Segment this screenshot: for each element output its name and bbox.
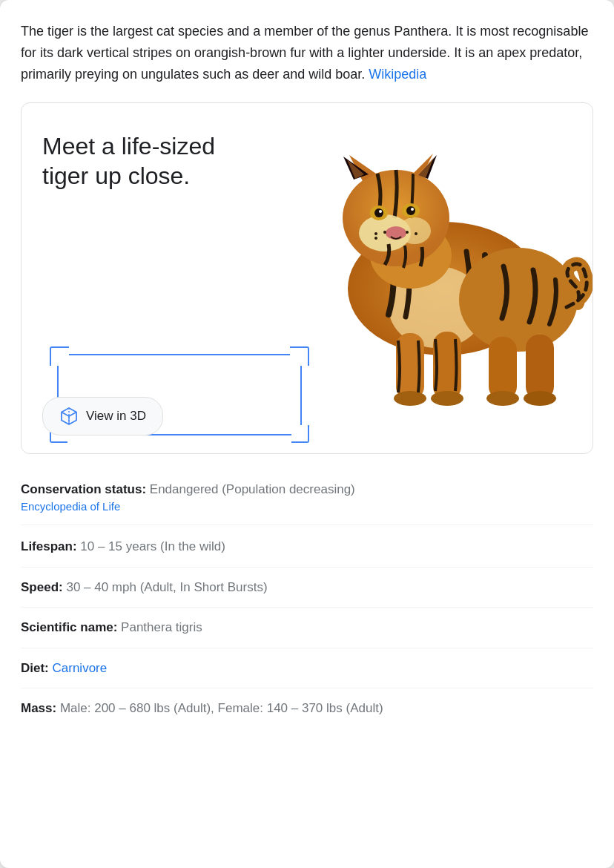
view3d-card: Meet a life-sized tiger up close. [21, 102, 593, 454]
scientific-name-label: Scientific name: [21, 620, 117, 634]
scientific-name-value: Panthera tigris [121, 620, 202, 634]
fact-row-lifespan: Lifespan: 10 – 15 years (In the wild) [21, 527, 593, 568]
conservation-label: Conservation status: [21, 482, 146, 496]
info-section: Conservation status: Endangered (Populat… [21, 472, 593, 729]
lifespan-value: 10 – 15 years (In the wild) [80, 539, 225, 553]
fact-row-scientific-name: Scientific name: Panthera tigris [21, 608, 593, 648]
view3d-heading: Meet a life-sized tiger up close. [42, 124, 265, 191]
speed-value: 30 – 40 mph (Adult, In Short Bursts) [66, 580, 267, 594]
mass-label: Mass: [21, 701, 56, 715]
mass-value: Male: 200 – 680 lbs (Adult), Female: 140… [60, 701, 383, 715]
view-in-3d-label: View in 3D [86, 409, 146, 424]
svg-point-1 [459, 248, 578, 352]
svg-point-20 [386, 226, 406, 240]
view3d-button-area: View in 3D [22, 385, 592, 453]
svg-point-25 [415, 232, 417, 235]
fact-row-diet: Diet: Carnivore [21, 648, 593, 689]
description-text: The tiger is the largest cat species and… [21, 21, 593, 85]
svg-point-24 [406, 231, 409, 234]
ar-cube-icon [59, 407, 79, 426]
diet-link[interactable]: Carnivore [53, 661, 108, 675]
lifespan-label: Lifespan: [21, 539, 77, 553]
main-card: The tiger is the largest cat species and… [0, 0, 614, 868]
svg-point-17 [406, 206, 415, 215]
conservation-row: Conservation status: Endangered (Populat… [21, 475, 593, 523]
svg-point-18 [379, 210, 382, 213]
diet-label: Diet: [21, 661, 49, 675]
speed-label: Speed: [21, 580, 63, 594]
tiger-svg [288, 102, 593, 407]
divider-1 [21, 525, 593, 525]
tiger-image [288, 102, 593, 407]
view-in-3d-button[interactable]: View in 3D [42, 397, 163, 435]
wikipedia-link[interactable]: Wikipedia [369, 67, 426, 82]
encyclopedia-of-life-link[interactable]: Encyclopedia of Life [21, 500, 593, 513]
conservation-status-text: Conservation status: Endangered (Populat… [21, 482, 593, 497]
conservation-value: Endangered (Population decreasing) [150, 482, 355, 496]
svg-point-22 [374, 237, 377, 240]
description-body: The tiger is the largest cat species and… [21, 24, 588, 82]
svg-point-16 [374, 208, 383, 217]
ar-frame-corner-br [291, 425, 309, 443]
svg-point-19 [411, 208, 414, 211]
svg-point-21 [374, 232, 377, 235]
view3d-content: Meet a life-sized tiger up close. [22, 103, 592, 385]
fact-row-mass: Mass: Male: 200 – 680 lbs (Adult), Femal… [21, 688, 593, 729]
fact-row-speed: Speed: 30 – 40 mph (Adult, In Short Burs… [21, 568, 593, 608]
svg-point-23 [383, 231, 386, 234]
